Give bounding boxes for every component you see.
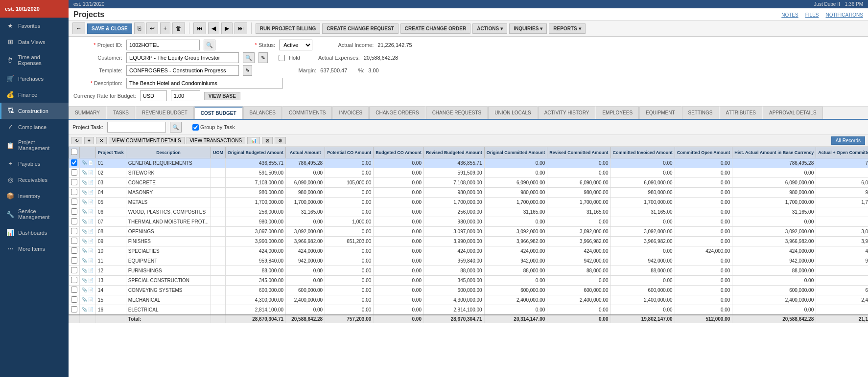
add-button[interactable]: + [160,22,170,34]
row-checkbox[interactable] [71,267,77,273]
tab-settings[interactable]: SETTINGS [682,107,719,119]
sidebar-item-payables[interactable]: + Payables [0,155,69,172]
col-committed-invoiced-header[interactable]: Committed Invoiced Amount [610,147,675,158]
sidebar-item-purchases[interactable]: 🛒 Purchases [0,70,69,87]
row-checkbox[interactable] [71,277,77,283]
last-button[interactable]: ⏭ [235,22,247,34]
row-checkbox[interactable] [71,189,77,195]
tab-cost-budget[interactable]: COST BUDGET [194,107,243,119]
attachment-icon[interactable]: 📎 [82,278,87,283]
sidebar-item-construction[interactable]: 🏗 Construction [0,103,69,119]
row-checkbox[interactable] [71,287,77,293]
row-checkbox[interactable] [71,199,77,205]
doc-icon[interactable]: 📄 [88,248,94,253]
sidebar-item-data-views[interactable]: ⊞ Data Views [0,34,69,50]
sidebar-item-favorites[interactable]: ★ Favorites [0,18,69,34]
row-checkbox[interactable] [71,247,77,254]
col-budget-co-header[interactable]: Budgeted CO Amount [374,147,424,158]
save-close-button[interactable]: SAVE & CLOSE [87,23,132,34]
sidebar-item-finance[interactable]: 💰 Finance [0,87,69,103]
doc-icon[interactable]: 📄 [88,180,94,185]
prev-button[interactable]: ◀ [208,22,219,34]
sidebar-item-more-items[interactable]: ⋯ More Items [0,241,69,257]
sidebar-item-project-management[interactable]: 📋 Project Management [0,135,69,155]
row-checkbox[interactable] [71,218,77,224]
customer-input[interactable] [126,52,239,63]
status-select[interactable]: Active Inactive [279,40,312,50]
template-edit-btn[interactable]: ✎ [243,65,252,76]
create-change-request-button[interactable]: CREATE CHANGE REQUEST [322,23,399,34]
attachment-icon[interactable]: 📎 [82,209,87,214]
col-committed-open-header[interactable]: Committed Open Amount [675,147,732,158]
doc-icon[interactable]: 📄 [88,209,94,214]
col-actual-header[interactable]: Actual Amount [286,147,325,158]
run-billing-button[interactable]: RUN PROJECT BILLING [256,23,320,34]
back-button[interactable]: ← [72,22,85,34]
row-checkbox[interactable] [71,169,77,176]
currency-input[interactable] [140,90,167,101]
col-desc-header[interactable]: Description [126,147,211,158]
sidebar-item-dashboards[interactable]: 📊 Dashboards [0,224,69,241]
sidebar-item-receivables[interactable]: ◎ Receivables [0,172,69,188]
grid-icon-btn[interactable]: ⊠ [262,137,273,144]
tab-activity-history[interactable]: ACTIVITY HISTORY [538,107,596,119]
tab-tasks[interactable]: TASKS [107,107,135,119]
tab-summary[interactable]: SUMMARY [69,107,106,119]
tab-change-requests[interactable]: CHANGE REQUESTS [426,107,488,119]
attachment-icon[interactable]: 📎 [82,190,87,195]
tab-attributes[interactable]: ATTRIBUTES [720,107,762,119]
attachment-icon[interactable]: 📎 [82,219,87,224]
tab-balances[interactable]: BALANCES [243,107,282,119]
col-actual-open-header[interactable]: Actual + Open Committed Amount [816,147,868,158]
row-checkbox[interactable] [71,306,77,312]
project-id-search-btn[interactable]: 🔍 [204,40,215,50]
files-button[interactable]: FILES [805,12,819,18]
row-checkbox[interactable] [71,159,77,166]
tab-commitments[interactable]: COMMITMENTS [282,107,332,119]
doc-icon[interactable]: 📄 [88,160,94,165]
sidebar-item-time-expenses[interactable]: ⏱ Time and Expenses [0,50,69,70]
refresh-btn[interactable]: ↻ [71,137,82,144]
attachment-icon[interactable]: 📎 [82,239,87,244]
sidebar-item-compliance[interactable]: ✓ Compliance [0,119,69,135]
col-task-header[interactable]: Project Task [96,147,126,158]
view-commitment-details-btn[interactable]: VIEW COMMITMENT DETAILS [109,137,185,144]
undo-button[interactable]: ↩ [146,22,158,34]
view-transactions-btn[interactable]: VIEW TRANSACTIONS [187,137,246,144]
doc-icon[interactable]: 📄 [88,170,94,175]
project-task-search[interactable] [107,122,166,133]
attachment-icon[interactable]: 📎 [82,160,87,165]
tab-approval-details[interactable]: APPROVAL DETAILS [763,107,823,119]
delete-button[interactable]: 🗑 [172,22,185,34]
attachment-icon[interactable]: 📎 [82,307,87,312]
currency-rate-input[interactable] [171,90,200,101]
customer-search-btn[interactable]: 🔍 [243,52,255,63]
col-revised-budget-header[interactable]: Revised Budgeted Amount [423,147,484,158]
delete-row-btn[interactable]: ✕ [96,137,107,144]
doc-icon[interactable]: 📄 [88,278,94,283]
select-all-checkbox[interactable] [71,149,77,155]
col-uom-header[interactable]: UOM [211,147,225,158]
attachment-icon[interactable]: 📎 [82,288,87,292]
attachment-icon[interactable]: 📎 [82,258,87,263]
sidebar-item-service-management[interactable]: 🔧 Service Management [0,204,69,224]
attachment-icon[interactable]: 📎 [82,297,87,302]
doc-icon[interactable]: 📄 [88,258,94,263]
row-checkbox[interactable] [71,208,77,215]
doc-icon[interactable]: 📄 [88,307,94,312]
row-checkbox[interactable] [71,179,77,185]
doc-icon[interactable]: 📄 [88,200,94,204]
customer-edit-btn[interactable]: ✎ [258,52,268,63]
col-hist-actual-header[interactable]: Hist. Actual Amount in Base Currency [732,147,816,158]
group-by-task-checkbox-label[interactable]: Group by Task [192,124,235,131]
template-input[interactable] [126,65,239,76]
doc-icon[interactable]: 📄 [88,288,94,292]
first-button[interactable]: ⏮ [193,22,206,34]
row-checkbox[interactable] [71,296,77,303]
notes-button[interactable]: NOTES [781,12,798,18]
doc-icon[interactable]: 📄 [88,239,94,244]
row-checkbox[interactable] [71,238,77,244]
attachment-icon[interactable]: 📎 [82,268,87,273]
project-task-search-btn[interactable]: 🔍 [170,122,182,133]
view-base-button[interactable]: VIEW BASE [204,92,240,100]
